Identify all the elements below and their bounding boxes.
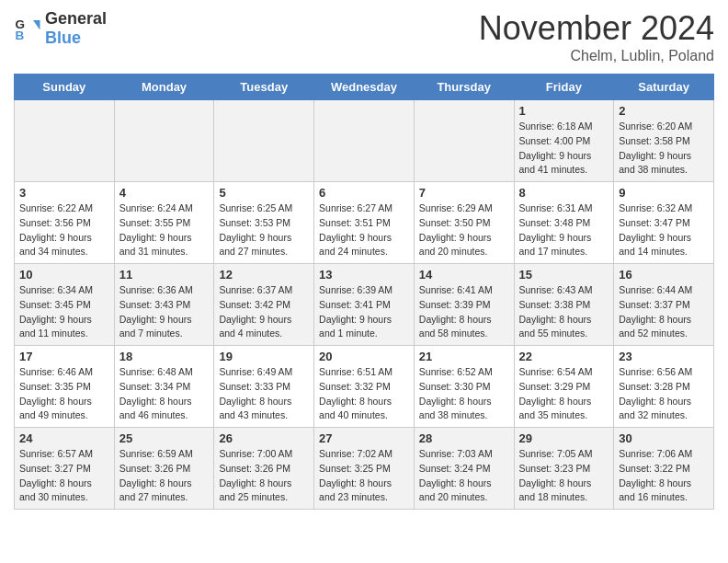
- calendar-cell: [314, 100, 415, 182]
- calendar-cell: 7Sunrise: 6:29 AMSunset: 3:50 PMDaylight…: [414, 182, 514, 264]
- day-number: 22: [519, 350, 609, 363]
- day-number: 6: [319, 186, 409, 200]
- day-number: 7: [419, 186, 509, 200]
- day-number: 28: [419, 431, 509, 445]
- calendar-cell: 27Sunrise: 7:02 AMSunset: 3:25 PMDayligh…: [314, 428, 415, 510]
- day-info: Sunrise: 6:34 AMSunset: 3:45 PMDaylight:…: [19, 283, 109, 341]
- day-number: 10: [19, 268, 109, 282]
- logo-general: General: [45, 9, 107, 29]
- calendar-cell: 9Sunrise: 6:32 AMSunset: 3:47 PMDaylight…: [614, 182, 714, 264]
- calendar-cell: 16Sunrise: 6:44 AMSunset: 3:37 PMDayligh…: [614, 264, 714, 346]
- day-info: Sunrise: 6:29 AMSunset: 3:50 PMDaylight:…: [419, 201, 509, 259]
- calendar-cell: 14Sunrise: 6:41 AMSunset: 3:39 PMDayligh…: [414, 264, 514, 346]
- calendar-cell: [214, 100, 314, 182]
- col-header-saturday: Saturday: [614, 75, 714, 100]
- day-info: Sunrise: 6:52 AMSunset: 3:30 PMDaylight:…: [419, 365, 509, 423]
- calendar-cell: 19Sunrise: 6:49 AMSunset: 3:33 PMDayligh…: [214, 346, 314, 428]
- day-info: Sunrise: 6:27 AMSunset: 3:51 PMDaylight:…: [319, 201, 409, 259]
- day-info: Sunrise: 6:41 AMSunset: 3:39 PMDaylight:…: [419, 283, 509, 341]
- day-info: Sunrise: 7:05 AMSunset: 3:23 PMDaylight:…: [519, 447, 609, 505]
- calendar-cell: 17Sunrise: 6:46 AMSunset: 3:35 PMDayligh…: [15, 346, 115, 428]
- day-number: 12: [219, 268, 309, 282]
- day-number: 29: [519, 431, 609, 445]
- calendar-cell: 24Sunrise: 6:57 AMSunset: 3:27 PMDayligh…: [15, 428, 115, 510]
- calendar-cell: 15Sunrise: 6:43 AMSunset: 3:38 PMDayligh…: [514, 264, 614, 346]
- calendar-cell: 21Sunrise: 6:52 AMSunset: 3:30 PMDayligh…: [414, 346, 514, 428]
- day-number: 14: [419, 268, 509, 282]
- col-header-tuesday: Tuesday: [214, 75, 314, 100]
- calendar-page: G B General Blue November 2024 Chelm, Lu…: [0, 0, 728, 519]
- calendar-cell: 30Sunrise: 7:06 AMSunset: 3:22 PMDayligh…: [614, 428, 714, 510]
- calendar-header-row: SundayMondayTuesdayWednesdayThursdayFrid…: [15, 75, 714, 100]
- day-info: Sunrise: 6:25 AMSunset: 3:53 PMDaylight:…: [219, 201, 309, 259]
- day-number: 30: [619, 431, 709, 445]
- day-number: 25: [119, 431, 210, 445]
- day-info: Sunrise: 6:22 AMSunset: 3:56 PMDaylight:…: [19, 201, 109, 259]
- calendar-cell: [114, 100, 214, 182]
- logo: G B General Blue: [14, 9, 107, 48]
- day-number: 1: [519, 104, 609, 118]
- day-info: Sunrise: 7:00 AMSunset: 3:26 PMDaylight:…: [219, 447, 309, 505]
- calendar-cell: 3Sunrise: 6:22 AMSunset: 3:56 PMDaylight…: [15, 182, 115, 264]
- col-header-thursday: Thursday: [414, 75, 514, 100]
- day-info: Sunrise: 6:39 AMSunset: 3:41 PMDaylight:…: [319, 283, 409, 341]
- calendar-week-1: 1Sunrise: 6:18 AMSunset: 4:00 PMDaylight…: [15, 100, 714, 182]
- calendar-cell: 6Sunrise: 6:27 AMSunset: 3:51 PMDaylight…: [314, 182, 415, 264]
- title-block: November 2024 Chelm, Lublin, Poland: [479, 9, 714, 64]
- calendar-cell: 29Sunrise: 7:05 AMSunset: 3:23 PMDayligh…: [514, 428, 614, 510]
- day-number: 24: [19, 431, 109, 445]
- calendar-cell: 23Sunrise: 6:56 AMSunset: 3:28 PMDayligh…: [614, 346, 714, 428]
- day-info: Sunrise: 6:18 AMSunset: 4:00 PMDaylight:…: [519, 120, 609, 178]
- calendar-cell: 8Sunrise: 6:31 AMSunset: 3:48 PMDaylight…: [514, 182, 614, 264]
- day-number: 23: [619, 350, 709, 363]
- svg-text:B: B: [16, 29, 25, 42]
- day-number: 17: [19, 350, 109, 363]
- col-header-monday: Monday: [114, 75, 214, 100]
- day-number: 11: [119, 268, 210, 282]
- day-number: 9: [619, 186, 709, 200]
- month-title: November 2024: [479, 9, 714, 48]
- calendar-week-4: 17Sunrise: 6:46 AMSunset: 3:35 PMDayligh…: [15, 346, 714, 428]
- calendar-cell: 10Sunrise: 6:34 AMSunset: 3:45 PMDayligh…: [15, 264, 115, 346]
- day-number: 20: [319, 350, 409, 363]
- day-info: Sunrise: 6:43 AMSunset: 3:38 PMDaylight:…: [519, 283, 609, 341]
- col-header-wednesday: Wednesday: [314, 75, 415, 100]
- day-info: Sunrise: 6:24 AMSunset: 3:55 PMDaylight:…: [119, 201, 210, 259]
- day-info: Sunrise: 6:37 AMSunset: 3:42 PMDaylight:…: [219, 283, 309, 341]
- day-number: 2: [619, 104, 709, 118]
- day-info: Sunrise: 6:44 AMSunset: 3:37 PMDaylight:…: [619, 283, 709, 341]
- day-info: Sunrise: 6:59 AMSunset: 3:26 PMDaylight:…: [119, 447, 210, 505]
- day-info: Sunrise: 6:20 AMSunset: 3:58 PMDaylight:…: [619, 120, 709, 178]
- day-number: 26: [219, 431, 309, 445]
- calendar-cell: 26Sunrise: 7:00 AMSunset: 3:26 PMDayligh…: [214, 428, 314, 510]
- col-header-friday: Friday: [514, 75, 614, 100]
- day-number: 3: [19, 186, 109, 200]
- header: G B General Blue November 2024 Chelm, Lu…: [14, 9, 714, 64]
- calendar-cell: 22Sunrise: 6:54 AMSunset: 3:29 PMDayligh…: [514, 346, 614, 428]
- day-number: 19: [219, 350, 309, 363]
- day-info: Sunrise: 6:56 AMSunset: 3:28 PMDaylight:…: [619, 365, 709, 423]
- calendar-week-2: 3Sunrise: 6:22 AMSunset: 3:56 PMDaylight…: [15, 182, 714, 264]
- calendar-cell: 1Sunrise: 6:18 AMSunset: 4:00 PMDaylight…: [514, 100, 614, 182]
- day-number: 8: [519, 186, 609, 200]
- day-number: 15: [519, 268, 609, 282]
- calendar-cell: 11Sunrise: 6:36 AMSunset: 3:43 PMDayligh…: [114, 264, 214, 346]
- calendar-table: SundayMondayTuesdayWednesdayThursdayFrid…: [14, 74, 714, 510]
- calendar-cell: 28Sunrise: 7:03 AMSunset: 3:24 PMDayligh…: [414, 428, 514, 510]
- calendar-week-5: 24Sunrise: 6:57 AMSunset: 3:27 PMDayligh…: [15, 428, 714, 510]
- col-header-sunday: Sunday: [15, 75, 115, 100]
- day-info: Sunrise: 6:57 AMSunset: 3:27 PMDaylight:…: [19, 447, 109, 505]
- day-info: Sunrise: 7:02 AMSunset: 3:25 PMDaylight:…: [319, 447, 409, 505]
- day-info: Sunrise: 7:03 AMSunset: 3:24 PMDaylight:…: [419, 447, 509, 505]
- calendar-cell: [414, 100, 514, 182]
- logo-blue: Blue: [45, 29, 107, 48]
- day-number: 27: [319, 431, 409, 445]
- day-number: 18: [119, 350, 210, 363]
- day-info: Sunrise: 7:06 AMSunset: 3:22 PMDaylight:…: [619, 447, 709, 505]
- day-number: 13: [319, 268, 409, 282]
- svg-marker-2: [33, 20, 40, 30]
- day-info: Sunrise: 6:51 AMSunset: 3:32 PMDaylight:…: [319, 365, 409, 423]
- day-info: Sunrise: 6:31 AMSunset: 3:48 PMDaylight:…: [519, 201, 609, 259]
- calendar-cell: 12Sunrise: 6:37 AMSunset: 3:42 PMDayligh…: [214, 264, 314, 346]
- day-info: Sunrise: 6:36 AMSunset: 3:43 PMDaylight:…: [119, 283, 210, 341]
